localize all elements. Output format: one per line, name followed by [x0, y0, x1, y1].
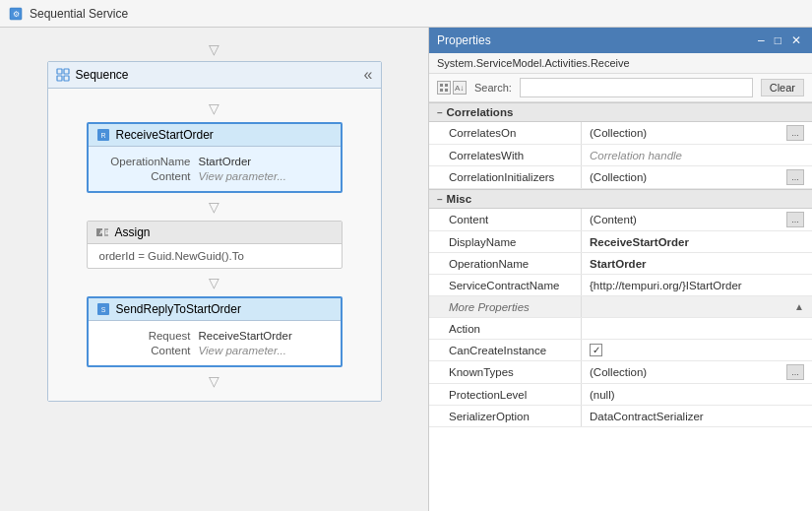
- correlation-initializers-row: CorrelationInitializers (Collection) ...: [429, 166, 812, 189]
- send-reply-header: S SendReplyToStartOrder: [89, 298, 341, 321]
- receive-icon: R: [96, 128, 110, 142]
- svg-text:S: S: [100, 306, 105, 313]
- display-name-key: DisplayName: [429, 231, 582, 252]
- sequence-body: ▽ R ReceiveStartOrder OperationName Star: [48, 89, 381, 401]
- correlates-on-val: (Collection) ...: [582, 122, 812, 144]
- properties-panel: Properties – □ ✕ System.ServiceModel.Act…: [428, 28, 812, 511]
- search-input[interactable]: [520, 78, 753, 97]
- misc-collapse-icon[interactable]: –: [437, 194, 443, 205]
- clear-button[interactable]: Clear: [761, 79, 804, 96]
- more-props-collapse-icon[interactable]: ▲: [794, 301, 804, 312]
- svg-text:A↓: A↓: [455, 84, 464, 93]
- svg-rect-16: [440, 89, 443, 92]
- action-key: Action: [429, 318, 582, 339]
- pin-button[interactable]: –: [755, 33, 768, 47]
- title-bar-text: Sequential Service: [30, 7, 128, 21]
- properties-title-bar: Properties – □ ✕: [429, 28, 812, 53]
- known-types-ellipsis[interactable]: ...: [786, 364, 804, 380]
- sequence-label: Sequence: [76, 68, 129, 82]
- send-content-label: Content: [100, 345, 199, 356]
- assign-box[interactable]: A B Assign orderId = Guid.NewGuid().To: [87, 221, 343, 269]
- known-types-row: KnownTypes (Collection) ...: [429, 361, 812, 384]
- can-create-instance-val[interactable]: ✓: [582, 340, 812, 360]
- content-prop-row: Content (Content) ...: [429, 209, 812, 231]
- content-row: Content View parameter...: [100, 170, 329, 182]
- category-icon[interactable]: [437, 81, 451, 95]
- action-row: Action: [429, 318, 812, 340]
- correlates-on-row: CorrelatesOn (Collection) ...: [429, 122, 812, 145]
- request-label: Request: [100, 330, 199, 342]
- send-reply-body: Request ReceiveStartOrder Content View p…: [89, 321, 341, 365]
- known-types-text: (Collection): [590, 366, 647, 378]
- top-arrow: ▽: [209, 41, 219, 57]
- send-reply-label: SendReplyToStartOrder: [116, 302, 241, 316]
- svg-rect-5: [64, 76, 69, 81]
- content-label: Content: [100, 170, 199, 182]
- app-icon: ⚙: [8, 6, 24, 22]
- correlates-with-text: Correlation handle: [590, 150, 682, 161]
- misc-title: Misc: [447, 193, 472, 205]
- more-properties-key: More Properties: [429, 296, 582, 317]
- sequence-container: Sequence « ▽ R ReceiveStartOrder: [47, 61, 382, 402]
- svg-rect-14: [440, 84, 443, 87]
- correlations-collapse-icon[interactable]: –: [437, 107, 443, 118]
- receive-start-order-header: R ReceiveStartOrder: [89, 124, 341, 147]
- canvas-area: ▽ Sequence « ▽: [0, 28, 812, 511]
- serializer-option-text: DataContractSerializer: [590, 411, 704, 422]
- known-types-key: KnownTypes: [429, 361, 582, 383]
- protection-level-val: (null): [582, 384, 812, 405]
- operation-name-row: OperationName StartOrder: [100, 156, 329, 167]
- can-create-instance-key: CanCreateInstance: [429, 340, 582, 360]
- correlations-header: – Correlations: [429, 102, 812, 122]
- correlates-on-ellipsis[interactable]: ...: [786, 125, 804, 141]
- svg-rect-4: [57, 76, 62, 81]
- assign-icon: A B: [95, 225, 109, 239]
- operation-name-prop-row: OperationName StartOrder: [429, 253, 812, 275]
- arrow-after-receive: ▽: [209, 199, 219, 215]
- protection-level-key: ProtectionLevel: [429, 384, 582, 405]
- content-value: View parameter...: [199, 170, 286, 182]
- display-name-text: ReceiveStartOrder: [590, 236, 689, 248]
- correlation-initializers-key: CorrelationInitializers: [429, 166, 582, 188]
- toolbar-icons: A↓: [437, 81, 467, 95]
- can-create-instance-checkbox[interactable]: ✓: [590, 344, 602, 356]
- content-prop-text: (Content): [590, 214, 637, 225]
- display-name-val: ReceiveStartOrder: [582, 231, 812, 252]
- more-properties-row: More Properties ▲: [429, 296, 812, 318]
- assign-label: Assign: [115, 225, 151, 239]
- correlation-initializers-val: (Collection) ...: [582, 166, 812, 188]
- workflow-designer: ▽ Sequence « ▽: [0, 28, 428, 511]
- arrow-after-send: ▽: [209, 373, 219, 389]
- service-contract-text: {http://tempuri.org/}IStartOrder: [590, 280, 742, 291]
- can-create-instance-row: CanCreateInstance ✓: [429, 340, 812, 361]
- svg-text:B: B: [105, 229, 109, 235]
- send-reply-box[interactable]: S SendReplyToStartOrder Request ReceiveS…: [87, 296, 343, 367]
- content-prop-key: Content: [429, 209, 582, 230]
- sequence-icon: [56, 68, 70, 82]
- sequence-collapse-btn[interactable]: «: [364, 66, 373, 84]
- action-val: [582, 318, 812, 339]
- svg-rect-17: [445, 89, 448, 92]
- sort-icon[interactable]: A↓: [453, 81, 467, 95]
- display-name-row: DisplayName ReceiveStartOrder: [429, 231, 812, 253]
- properties-table: – Correlations CorrelatesOn (Collection)…: [429, 102, 812, 511]
- misc-header: – Misc: [429, 189, 812, 209]
- properties-toolbar: A↓ Search: Clear: [429, 74, 812, 102]
- operation-name-prop-val: StartOrder: [582, 253, 812, 274]
- svg-rect-15: [445, 84, 448, 87]
- receive-start-order-body: OperationName StartOrder Content View pa…: [89, 147, 341, 191]
- assign-header: A B Assign: [88, 222, 342, 244]
- correlation-initializers-ellipsis[interactable]: ...: [786, 169, 804, 185]
- known-types-val: (Collection) ...: [582, 361, 812, 383]
- search-label: Search:: [474, 82, 512, 94]
- svg-rect-2: [57, 69, 62, 74]
- title-bar-buttons: – □ ✕: [755, 33, 804, 47]
- protection-level-text: (null): [590, 389, 615, 401]
- request-value: ReceiveStartOrder: [199, 330, 292, 342]
- receive-start-order-box[interactable]: R ReceiveStartOrder OperationName StartO…: [87, 122, 343, 193]
- operation-name-prop-key: OperationName: [429, 253, 582, 274]
- restore-button[interactable]: □: [772, 33, 784, 47]
- sequence-header: Sequence «: [48, 62, 381, 89]
- close-button[interactable]: ✕: [788, 33, 804, 47]
- content-prop-ellipsis[interactable]: ...: [786, 212, 804, 227]
